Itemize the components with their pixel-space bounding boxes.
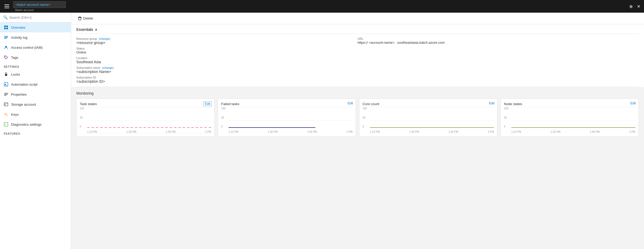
chart-plot xyxy=(87,107,211,128)
sidebar-item-diagnostics[interactable]: + Diagnostics settings xyxy=(0,119,71,129)
activity-log-icon xyxy=(4,35,8,40)
sidebar-item-label: Automation script xyxy=(11,82,37,86)
sidebar-item-label: Locks xyxy=(11,72,20,76)
location-label: Location xyxy=(76,56,358,60)
svg-rect-7 xyxy=(4,36,8,37)
monitoring-title: Monitoring xyxy=(76,91,639,95)
sidebar-item-automation-script[interactable]: Automation script xyxy=(0,79,71,89)
svg-rect-12 xyxy=(5,74,7,76)
status-field: Status Online xyxy=(76,47,358,54)
search-input[interactable] xyxy=(9,16,68,19)
svg-rect-14 xyxy=(4,93,8,94)
automation-icon xyxy=(4,82,8,87)
iam-icon xyxy=(4,45,8,50)
sidebar-item-overview[interactable]: Overview xyxy=(0,22,71,32)
sidebar-item-activity-log[interactable]: Activity log xyxy=(0,32,71,42)
resource-group-label: Resource group (change) xyxy=(76,37,358,40)
svg-point-11 xyxy=(5,56,6,57)
topbar: <batch account name> Batch account ⊕ ✕ xyxy=(0,0,644,13)
toolbar: Delete xyxy=(71,13,644,24)
chart-core-count: Core count Edit 100 50 0 xyxy=(359,99,497,137)
sidebar-item-tags[interactable]: Tags xyxy=(0,52,71,62)
chart-plot xyxy=(229,107,353,128)
essentials-grid: Resource group (change) <resource group>… xyxy=(76,34,639,87)
subscription-name-value: <subscription Name> xyxy=(76,70,358,74)
chart-plot xyxy=(511,107,635,128)
chart-plot xyxy=(370,107,494,128)
svg-rect-9 xyxy=(4,38,7,39)
chart-y-labels: 100 50 0 xyxy=(221,107,227,128)
essentials-title: Essentials xyxy=(76,27,93,32)
subscription-name-label: Subscription name (change) xyxy=(76,66,358,69)
chart-area-failed-tasks: 100 50 0 1:15 PM 1: xyxy=(221,107,353,133)
resource-group-value: <resource group> xyxy=(76,41,358,45)
chart-x-labels: 1:15 PM 1:30 PM 1:45 PM 2 PM xyxy=(511,130,635,133)
svg-point-10 xyxy=(5,46,7,47)
sidebar-item-label: Overview xyxy=(11,26,25,30)
svg-rect-18 xyxy=(4,104,8,104)
svg-rect-8 xyxy=(4,37,8,38)
essentials-right: URL https:// <account-name>. .southeasta… xyxy=(358,37,639,84)
subscription-id-label: Subscription ID xyxy=(76,76,358,79)
essentials-header[interactable]: Essentials ∧ xyxy=(76,24,639,34)
chart-edit-button-task-states[interactable]: Edit xyxy=(204,101,212,106)
batch-account-name-input[interactable]: <batch account name> xyxy=(13,1,66,8)
chart-title: Task states xyxy=(80,102,211,106)
chart-title: Node states xyxy=(504,102,635,106)
svg-rect-3 xyxy=(4,26,6,27)
chart-task-states: Task states Edit 100 50 0 xyxy=(76,99,215,137)
essentials-section: Essentials ∧ Resource group (change) <re… xyxy=(71,24,644,87)
location-field: Location Southeast Asia xyxy=(76,56,358,64)
close-icon[interactable]: ✕ xyxy=(636,3,641,10)
subscription-name-change-link[interactable]: (change) xyxy=(102,66,113,69)
properties-icon xyxy=(4,92,8,97)
sidebar-item-keys[interactable]: Keys xyxy=(0,109,71,119)
svg-rect-19 xyxy=(5,104,6,105)
sidebar-item-label: Access control (IAM) xyxy=(11,46,43,50)
diagnostics-icon: + xyxy=(4,122,8,127)
svg-rect-1 xyxy=(4,6,9,7)
chart-edit-button-node-states[interactable]: Edit xyxy=(630,101,636,105)
sidebar-search-container: 🔍 xyxy=(0,13,71,22)
sidebar: 🔍 Overview Activity log Access control (… xyxy=(0,13,71,249)
resource-group-field: Resource group (change) <resource group> xyxy=(76,37,358,45)
chart-edit-button-core-count[interactable]: Edit xyxy=(489,101,494,105)
svg-rect-16 xyxy=(4,95,6,96)
svg-rect-5 xyxy=(4,28,6,29)
svg-rect-15 xyxy=(4,94,8,95)
locks-icon xyxy=(4,72,8,77)
chart-title: Failed tasks xyxy=(221,102,353,106)
content-area: Delete Essentials ∧ Resource group (chan… xyxy=(71,13,644,249)
subscription-id-field: Subscription ID <subscription ID> xyxy=(76,76,358,84)
sidebar-item-label: Properties xyxy=(11,92,27,96)
search-icon: 🔍 xyxy=(3,15,8,19)
sidebar-item-properties[interactable]: Properties xyxy=(0,89,71,99)
sidebar-item-access-control[interactable]: Access control (IAM) xyxy=(0,42,71,52)
keys-icon xyxy=(4,112,8,117)
sidebar-item-label: Storage account xyxy=(11,102,36,106)
hamburger-button[interactable] xyxy=(3,2,11,11)
svg-text:+: + xyxy=(5,123,6,126)
delete-button[interactable]: Delete xyxy=(76,15,95,21)
chart-y-labels: 100 50 0 xyxy=(363,107,369,128)
chart-area-node-states: 100 50 0 1:15 PM 1: xyxy=(504,107,635,133)
status-value: Online xyxy=(76,50,358,54)
status-label: Status xyxy=(76,47,358,50)
resource-group-change-link[interactable]: (change) xyxy=(99,37,110,40)
topbar-actions: ⊕ ✕ xyxy=(628,3,641,10)
chart-area-core-count: 100 50 0 1:15 PM 1: xyxy=(363,107,494,133)
chart-failed-tasks: Failed tasks Edit 100 50 0 xyxy=(218,99,356,137)
overview-icon xyxy=(4,25,8,30)
chart-x-labels: 1:15 PM 1:30 PM 1:45 PM 2 PM xyxy=(370,130,494,133)
pin-icon[interactable]: ⊕ xyxy=(628,3,634,10)
chart-hline-bot xyxy=(87,133,211,134)
sidebar-item-storage-account[interactable]: Storage account xyxy=(0,99,71,109)
svg-rect-24 xyxy=(79,17,81,17)
chart-edit-button-failed-tasks[interactable]: Edit xyxy=(348,101,353,105)
url-field: URL https:// <account-name>. .southeasta… xyxy=(358,37,639,45)
svg-point-20 xyxy=(5,113,7,115)
location-value: Southeast Asia xyxy=(76,60,358,64)
essentials-left: Resource group (change) <resource group>… xyxy=(76,37,358,84)
sidebar-item-locks[interactable]: Locks xyxy=(0,69,71,79)
topbar-subtitle: Batch account xyxy=(15,8,66,12)
